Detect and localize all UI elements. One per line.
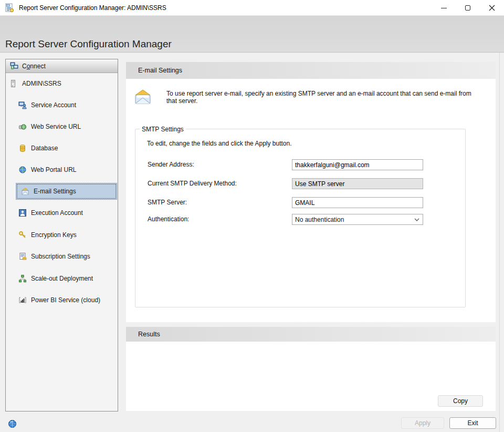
encryption-keys-icon bbox=[18, 231, 27, 239]
sender-address-input[interactable] bbox=[292, 159, 423, 170]
close-button[interactable] bbox=[480, 0, 504, 16]
sidebar-item-label: Subscription Settings bbox=[31, 253, 90, 260]
titlebar: Report Server Configuration Manager: ADM… bbox=[0, 0, 504, 16]
email-settings-icon bbox=[21, 187, 29, 196]
sidebar-item-service-account[interactable]: Service Account bbox=[6, 100, 118, 110]
smtp-delivery-method-value bbox=[292, 178, 423, 189]
sidebar-item-scale-out-deployment[interactable]: Scale-out Deployment bbox=[6, 273, 118, 284]
panel-title: E-mail Settings bbox=[138, 67, 182, 74]
scale-out-deployment-icon bbox=[18, 274, 27, 283]
apply-button[interactable]: Apply bbox=[401, 417, 444, 429]
authentication-selected-value: No authentication bbox=[295, 216, 344, 223]
smtp-server-input[interactable] bbox=[292, 197, 423, 208]
email-settings-panel: To use report server e-mail, specify an … bbox=[126, 79, 496, 322]
window-right-edge bbox=[499, 53, 500, 432]
edit-hint-text: To edit, change the fields and click the… bbox=[147, 140, 292, 147]
sidebar-item-web-portal-url[interactable]: Web Portal URL bbox=[6, 164, 118, 175]
sidebar-item-database[interactable]: Database bbox=[6, 143, 118, 153]
connect-button[interactable]: Connect bbox=[6, 59, 118, 73]
minimize-icon bbox=[441, 8, 447, 8]
sidebar-item-label: Web Portal URL bbox=[31, 166, 76, 173]
sidebar-item-label: ADMIN\SSRS bbox=[22, 80, 61, 87]
sidebar-item-label: Scale-out Deployment bbox=[31, 275, 93, 282]
sidebar-item-power-bi-service[interactable]: Power BI Service (cloud) bbox=[6, 295, 118, 305]
server-icon bbox=[9, 79, 17, 88]
database-icon bbox=[18, 144, 27, 152]
sidebar-item-label: Service Account bbox=[31, 101, 76, 109]
results-panel: Copy bbox=[126, 342, 496, 411]
window-controls bbox=[432, 0, 504, 16]
maximize-button[interactable] bbox=[456, 0, 480, 16]
web-portal-url-icon bbox=[18, 166, 27, 174]
panel-description: To use report server e-mail, specify an … bbox=[166, 90, 474, 105]
authentication-label: Authentication: bbox=[148, 214, 189, 225]
sidebar-item-label: E-mail Settings bbox=[34, 188, 76, 195]
maximize-icon bbox=[465, 5, 470, 11]
connect-icon bbox=[10, 62, 18, 70]
help-button[interactable] bbox=[8, 419, 17, 428]
sidebar-item-label: Execution Account bbox=[31, 209, 83, 217]
execution-account-icon bbox=[18, 209, 27, 217]
chevron-down-icon bbox=[414, 218, 419, 221]
app-icon bbox=[5, 3, 14, 13]
smtp-settings-group-title: SMTP Settings bbox=[140, 126, 186, 133]
email-settings-panel-header: E-mail Settings bbox=[126, 62, 496, 79]
copy-button[interactable]: Copy bbox=[438, 395, 483, 407]
window-title: Report Server Configuration Manager: ADM… bbox=[19, 4, 166, 12]
sidebar-item-subscription-settings[interactable]: Subscription Settings bbox=[6, 251, 118, 262]
exit-button[interactable]: Exit bbox=[449, 417, 496, 429]
sidebar-item-label: Encryption Keys bbox=[31, 231, 77, 239]
sidebar-item-label: Web Service URL bbox=[31, 123, 81, 130]
sidebar-item-email-settings[interactable]: E-mail Settings bbox=[16, 183, 117, 200]
sidebar-item-label: Power BI Service (cloud) bbox=[31, 296, 100, 304]
header-band: Report Server Configuration Manager bbox=[0, 16, 504, 53]
results-panel-header: Results bbox=[126, 327, 496, 342]
service-account-icon bbox=[18, 101, 27, 109]
sidebar-item-server[interactable]: ADMIN\SSRS bbox=[6, 78, 118, 89]
page-title: Report Server Configuration Manager bbox=[5, 38, 172, 53]
smtp-settings-group: SMTP Settings To edit, change the fields… bbox=[135, 129, 466, 307]
sidebar-item-encryption-keys[interactable]: Encryption Keys bbox=[6, 230, 118, 240]
web-service-url-icon bbox=[18, 122, 27, 131]
sidebar-item-label: Database bbox=[31, 145, 58, 152]
subscription-settings-icon bbox=[18, 252, 27, 261]
sidebar-item-execution-account[interactable]: Execution Account bbox=[6, 208, 118, 218]
authentication-dropdown[interactable]: No authentication bbox=[292, 214, 423, 225]
sender-address-label: Sender Address: bbox=[148, 159, 194, 170]
smtp-server-label: SMTP Server: bbox=[148, 197, 187, 208]
help-globe-icon bbox=[8, 419, 17, 428]
close-icon bbox=[489, 5, 495, 11]
results-title: Results bbox=[138, 331, 160, 338]
connect-label: Connect bbox=[22, 63, 46, 70]
sidebar: Connect ADMIN\SSRS Service Account bbox=[5, 59, 118, 412]
smtp-delivery-method-label: Current SMTP Delivery Method: bbox=[148, 178, 237, 189]
minimize-button[interactable] bbox=[432, 0, 456, 16]
email-envelope-icon bbox=[134, 88, 152, 105]
sidebar-item-web-service-url[interactable]: Web Service URL bbox=[6, 121, 118, 132]
power-bi-icon bbox=[18, 296, 27, 304]
